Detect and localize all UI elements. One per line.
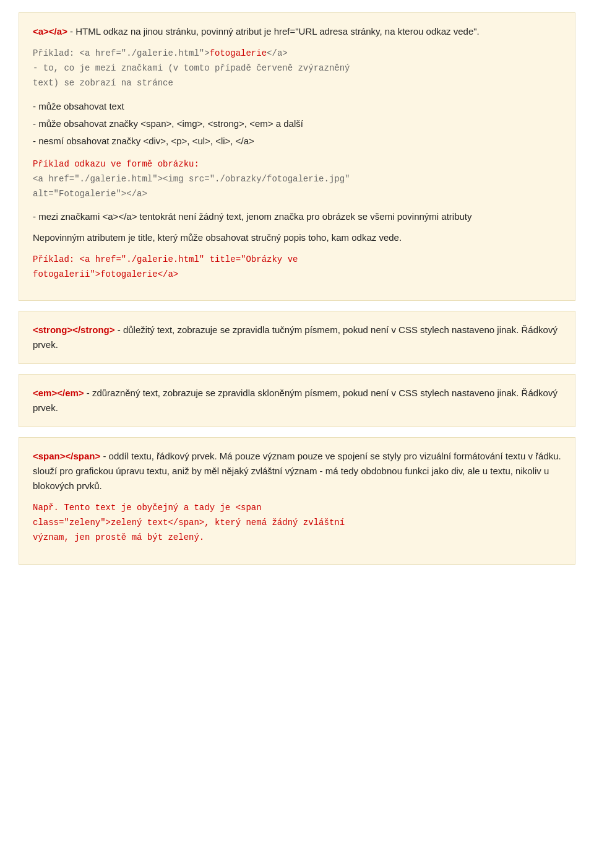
span-tag-description: <span></span> - oddíl textu, řádkový prv… [33, 449, 561, 493]
card-em-tag: <em></em> - zdůrazněný text, zobrazuje s… [19, 374, 575, 427]
card-span-tag: <span></span> - oddíl textu, řádkový prv… [19, 437, 575, 564]
a-tag-description: <a></a> - HTML odkaz na jinou stránku, p… [33, 24, 561, 39]
card-strong-tag: <strong></strong> - důležitý text, zobra… [19, 311, 575, 364]
page-container: <a></a> - HTML odkaz na jinou stránku, p… [0, 0, 594, 577]
span-tag-desc-text: - oddíl textu, řádkový prvek. Má pouze v… [33, 451, 561, 491]
a-tag-rule-2: může obsahovat značky <span>, <img>, <st… [33, 115, 561, 132]
a-tag-rule-3: nesmí obsahovat značky <div>, <p>, <ul>,… [33, 132, 561, 150]
example2-line2: <a href="./galerie.html"><img src="./obr… [33, 174, 350, 199]
card-a-tag: <a></a> - HTML odkaz na jinou stránku, p… [19, 12, 575, 301]
a-tag-label: <a></a> [33, 26, 67, 37]
a-tag-rule-1: může obsahovat text [33, 98, 561, 115]
span-tag-example: Např. Tento text je obyčejný a tady je <… [33, 501, 561, 545]
strong-tag-description: <strong></strong> - důležitý text, zobra… [33, 323, 561, 352]
example1-link-text: fotogalerie [210, 48, 267, 58]
em-tag-label: <em></em> [33, 388, 84, 398]
a-tag-example1: Příklad: <a href="./galerie.html">fotoga… [33, 46, 561, 90]
em-tag-description: <em></em> - zdůrazněný text, zobrazuje s… [33, 386, 561, 415]
a-tag-note2: Nepovinným atributem je title, který můž… [33, 230, 561, 245]
a-tag-rules-list: může obsahovat text může obsahovat značk… [33, 98, 561, 150]
span-tag-label: <span></span> [33, 451, 100, 461]
strong-tag-label: <strong></strong> [33, 324, 115, 335]
a-tag-note1: - mezi značkami <a></a> tentokrát není ž… [33, 209, 561, 224]
em-tag-desc-text: - zdůrazněný text, zobrazuje se zpravidl… [33, 388, 557, 413]
span-example-line1: Např. Tento text je obyčejný a tady je <… [33, 503, 345, 542]
a-tag-desc-text: - HTML odkaz na jinou stránku, povinný a… [70, 26, 480, 37]
a-tag-example2: Příklad odkazu ve formě obrázku: <a href… [33, 157, 561, 201]
example3-close: </a> [158, 269, 179, 279]
example3-link: fotogalerie [100, 269, 157, 279]
example2-line1: Příklad odkazu ve formě obrázku: [33, 159, 199, 169]
example1-prefix: Příklad: <a href="./galerie.html"> [33, 48, 210, 58]
a-tag-example3: Příklad: <a href="./galerie.html" title=… [33, 253, 561, 282]
